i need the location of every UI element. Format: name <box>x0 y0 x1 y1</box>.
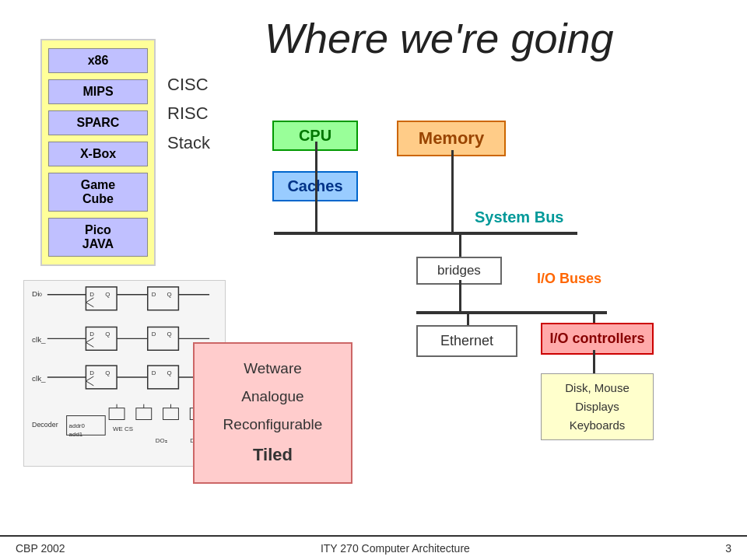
svg-text:addr0: addr0 <box>69 422 86 429</box>
svg-text:WE  CS: WE CS <box>113 425 133 432</box>
svg-line-15 <box>86 342 93 347</box>
svg-text:DO₂: DO₂ <box>156 437 167 444</box>
svg-rect-43 <box>109 408 124 420</box>
svg-text:D: D <box>152 331 156 338</box>
svg-text:add1: add1 <box>69 431 83 438</box>
footer-center: ITY 270 Computer Architecture <box>321 542 470 555</box>
svg-text:D: D <box>152 369 156 376</box>
arch-sparc: SPARC <box>48 110 148 135</box>
svg-text:D: D <box>152 291 156 298</box>
svg-text:Q: Q <box>105 291 110 298</box>
svg-text:Di₀: Di₀ <box>32 289 42 298</box>
ethernet-box: Ethernet <box>416 325 517 357</box>
risc-label: RISC <box>167 99 210 128</box>
arch-mips: MIPS <box>48 79 148 104</box>
left-panel: x86 MIPS SPARC X-Box Game Cube Pico JAVA <box>40 39 156 266</box>
svg-text:Q: Q <box>167 331 172 338</box>
wetware-line3: Reconfigurable <box>201 411 345 439</box>
svg-text:D: D <box>89 291 94 298</box>
svg-rect-45 <box>163 408 179 420</box>
svg-line-14 <box>86 338 93 342</box>
footer-right: 3 <box>725 542 731 555</box>
wetware-line1: Wetware <box>201 355 345 383</box>
svg-text:Q: Q <box>105 369 110 376</box>
vline-devices <box>593 350 595 373</box>
arch-xbox: X-Box <box>48 142 148 166</box>
slide: Where we're going x86 MIPS SPARC X-Box G… <box>0 0 747 560</box>
system-bus-label: System Bus <box>475 208 564 226</box>
wetware-box: Wetware Analogue Reconfigurable Tiled <box>193 342 352 484</box>
arch-picojava: Pico JAVA <box>48 218 148 257</box>
svg-text:Q: Q <box>167 369 172 376</box>
svg-text:Q: Q <box>105 331 110 338</box>
stack-label: Stack <box>167 128 210 157</box>
arch-gamecube: Game Cube <box>48 173 148 212</box>
vline-bridges-bus2 <box>459 280 461 311</box>
crs-text: CISC RISC Stack <box>167 70 210 157</box>
devices-label: Disk, Mouse Displays Keyboards <box>565 381 630 432</box>
vline-cpu <box>315 142 317 232</box>
svg-rect-44 <box>136 408 152 420</box>
arch-x86: x86 <box>48 48 148 73</box>
svg-text:Q: Q <box>167 291 172 298</box>
system-bus-line <box>274 232 577 235</box>
svg-text:Decoder: Decoder <box>32 421 58 429</box>
vline-bus-bridges <box>459 235 461 257</box>
vline-io-ctrl <box>593 314 595 323</box>
io-buses-label: I/O Buses <box>537 271 601 287</box>
footer-left: CBP 2002 <box>16 542 65 555</box>
cisc-label: CISC <box>167 70 210 99</box>
wetware-line2: Analogue <box>201 383 345 411</box>
io-controllers-box: I/O controllers <box>541 323 654 355</box>
vline-ethernet <box>467 314 469 325</box>
svg-line-19 <box>86 376 93 381</box>
svg-line-9 <box>86 298 93 303</box>
svg-line-20 <box>86 381 93 386</box>
wetware-line4: Tiled <box>201 439 345 471</box>
devices-box: Disk, Mouse Displays Keyboards <box>541 373 654 440</box>
svg-text:D: D <box>89 331 94 338</box>
svg-text:D: D <box>89 369 94 376</box>
svg-line-10 <box>86 303 93 307</box>
footer: CBP 2002 ITY 270 Computer Architecture 3 <box>0 535 747 560</box>
io-bus-line <box>416 311 607 314</box>
svg-text:clk_: clk_ <box>32 335 46 344</box>
svg-text:clk_: clk_ <box>32 374 46 383</box>
vline-memory <box>451 150 454 232</box>
slide-title: Where we're going <box>265 14 614 62</box>
